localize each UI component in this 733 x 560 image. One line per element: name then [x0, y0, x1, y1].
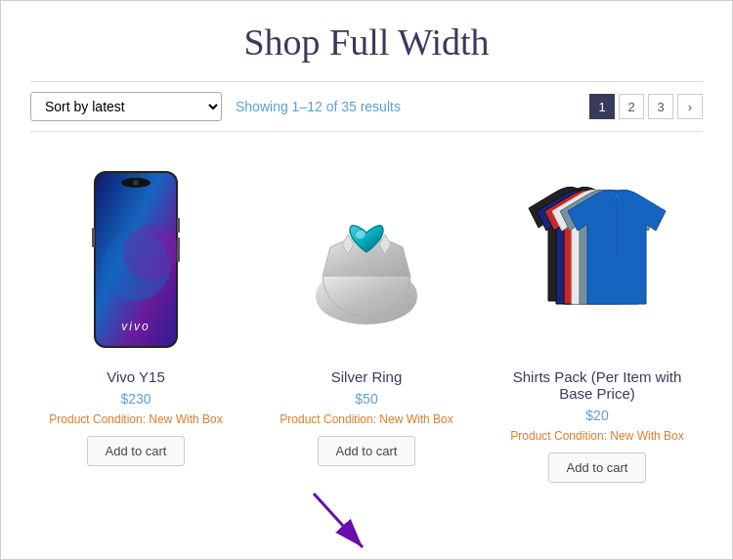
page-btn-3[interactable]: 3 [648, 94, 673, 119]
svg-text:vivo: vivo [121, 320, 150, 333]
svg-line-1 [314, 494, 363, 547]
svg-point-7 [123, 225, 178, 280]
sort-select[interactable]: Sort by latest Sort by price: low to hig… [30, 92, 222, 121]
svg-rect-11 [177, 237, 180, 262]
product-condition-ring: Product Condition: New With Box [280, 412, 453, 426]
product-image-ring [271, 161, 462, 357]
product-card-silver-ring: Silver Ring $50 Product Condition: New W… [261, 151, 472, 493]
products-area: vivo Vivo Y15 $230 Product Condition: Ne… [30, 151, 703, 493]
product-name-vivo: Vivo Y15 [107, 368, 165, 385]
phone-svg: vivo [92, 169, 180, 350]
product-price-vivo: $230 [120, 391, 151, 407]
product-price-shirts: $20 [585, 408, 608, 423]
page-btn-2[interactable]: 2 [619, 94, 644, 119]
product-name-ring: Silver Ring [331, 368, 403, 385]
add-to-cart-ring[interactable]: Add to cart [318, 436, 416, 466]
page-btn-1[interactable]: 1 [589, 94, 615, 119]
product-name-shirts: Shirts Pack (Per Item with Base Price) [501, 368, 693, 402]
product-condition-shirts: Product Condition: New With Box [510, 429, 683, 443]
svg-point-5 [133, 180, 139, 186]
shirts-svg [504, 169, 690, 350]
product-condition-vivo: Product Condition: New With Box [49, 412, 222, 426]
page-title: Shop Full Width [30, 21, 703, 64]
results-text: Showing 1–12 of 35 results [236, 99, 401, 114]
product-image-shirts [501, 161, 693, 357]
product-price-ring: $50 [355, 391, 377, 407]
product-card-shirts: Shirts Pack (Per Item with Base Price) $… [492, 151, 703, 493]
svg-rect-9 [92, 228, 95, 247]
arrow-annotation [304, 484, 382, 560]
add-to-cart-shirts[interactable]: Add to cart [548, 452, 647, 483]
svg-rect-10 [177, 218, 180, 233]
pagination: 1 2 3 › [589, 94, 703, 119]
page-wrapper: Shop Full Width Sort by latest Sort by p… [0, 0, 733, 560]
page-btn-next[interactable]: › [677, 94, 703, 119]
toolbar: Sort by latest Sort by price: low to hig… [30, 81, 703, 132]
products-grid: vivo Vivo Y15 $230 Product Condition: Ne… [30, 151, 703, 493]
toolbar-left: Sort by latest Sort by price: low to hig… [30, 92, 401, 121]
product-image-vivo-y15: vivo [40, 161, 232, 357]
product-card-vivo-y15: vivo Vivo Y15 $230 Product Condition: Ne… [30, 151, 241, 493]
ring-svg [291, 184, 443, 335]
add-to-cart-vivo[interactable]: Add to cart [87, 436, 186, 466]
